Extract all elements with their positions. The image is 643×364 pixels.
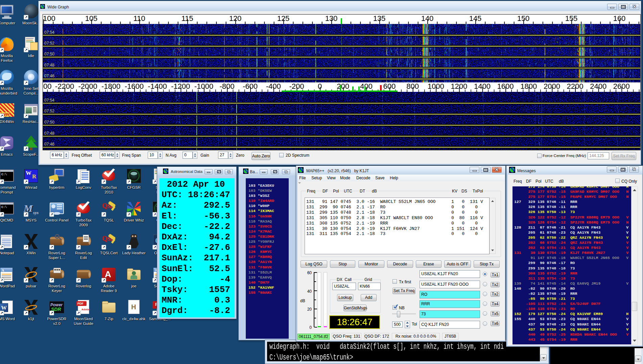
svg-text:1200: 1200: [451, 82, 467, 90]
svg-text:1800: 1800: [520, 82, 537, 90]
svg-text:100: 100: [43, 15, 55, 23]
svg-text:160: 160: [613, 15, 626, 23]
svg-text:-1400: -1400: [148, 82, 167, 90]
svg-text:00: 00: [43, 82, 51, 90]
svg-text:150: 150: [517, 15, 530, 23]
svg-text:115: 115: [181, 15, 193, 23]
svg-text:155: 155: [565, 15, 578, 23]
svg-text:400: 400: [360, 82, 373, 90]
svg-text:2400: 2400: [590, 82, 606, 90]
svg-text:2200: 2200: [567, 82, 584, 90]
svg-text:130: 130: [325, 15, 338, 23]
svg-text:120: 120: [229, 15, 242, 23]
svg-text:1000: 1000: [428, 82, 444, 90]
svg-text:1400: 1400: [474, 82, 491, 90]
svg-text:-600: -600: [243, 82, 258, 90]
svg-text:-800: -800: [219, 82, 234, 90]
svg-text:105: 105: [85, 15, 98, 23]
svg-text:2000: 2000: [544, 82, 560, 90]
svg-text:800: 800: [406, 82, 419, 90]
svg-text:-400: -400: [266, 82, 281, 90]
svg-text:-2000: -2000: [78, 82, 97, 90]
svg-text:-1200: -1200: [171, 82, 190, 90]
svg-text:-1800: -1800: [101, 82, 120, 90]
svg-text:135: 135: [373, 15, 386, 23]
svg-text:200: 200: [337, 82, 349, 90]
svg-text:0: 0: [318, 82, 322, 90]
svg-text:600: 600: [383, 82, 396, 90]
svg-text:-1000: -1000: [194, 82, 213, 90]
svg-text:110: 110: [133, 15, 145, 23]
svg-text:145: 145: [469, 15, 482, 23]
svg-text:125: 125: [277, 15, 290, 23]
svg-text:2600: 2600: [613, 82, 630, 90]
svg-text:-200: -200: [289, 82, 304, 90]
svg-text:-1600: -1600: [125, 82, 144, 90]
svg-text:140: 140: [421, 15, 434, 23]
svg-text:-2200: -2200: [55, 82, 74, 90]
svg-text:1600: 1600: [497, 82, 514, 90]
